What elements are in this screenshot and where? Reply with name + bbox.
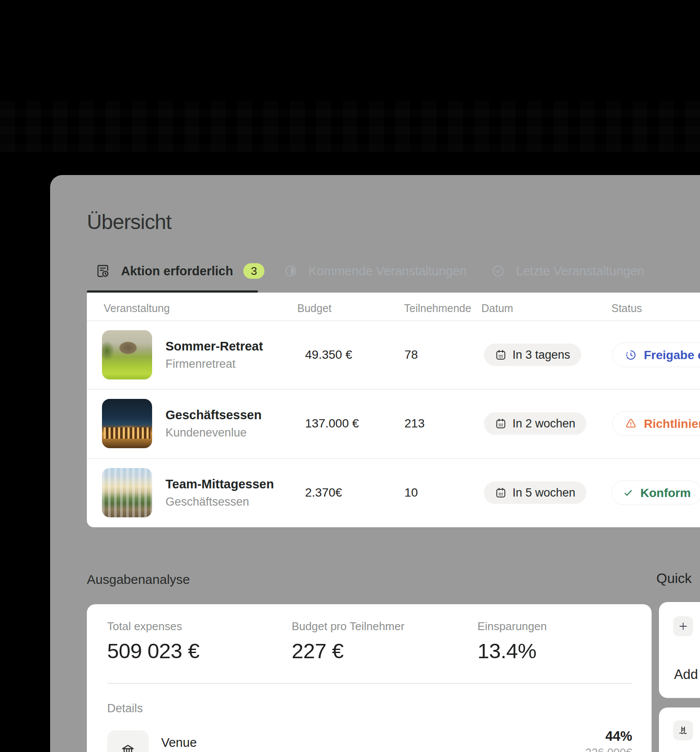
event-photo-night-building bbox=[102, 399, 152, 448]
add-label: Add bbox=[674, 667, 698, 682]
date-badge: In 2 wochen bbox=[484, 412, 586, 435]
participants-value: 78 bbox=[404, 348, 418, 362]
date-label: In 5 wochen bbox=[512, 486, 576, 500]
date-badge: In 3 tagens bbox=[484, 344, 581, 366]
check-icon bbox=[622, 487, 634, 499]
status-label: Konform bbox=[640, 486, 691, 500]
date-label: In 2 wochen bbox=[512, 417, 576, 430]
budget-value: 49.350 € bbox=[305, 348, 352, 362]
status-badge-approval[interactable]: Freigabe erf bbox=[612, 343, 700, 367]
event-title: Team-Mittagessen bbox=[165, 477, 274, 491]
table-row-geschaeftsessen[interactable]: Geschäftsessen Kundenevenlue 137.000 € 2… bbox=[87, 389, 700, 458]
detail-row-label: Venue bbox=[161, 736, 197, 750]
event-name-cell: Sommer-Retreat Firmenretreat bbox=[165, 339, 263, 371]
quick-panel-heading: Quick bbox=[656, 570, 692, 586]
date-label: In 3 tagens bbox=[512, 348, 570, 362]
tab-label: Kommende Veranstaltungen bbox=[309, 264, 467, 278]
analysis-heading: Ausgabenanalyse bbox=[87, 572, 190, 587]
event-photo-terrace bbox=[102, 468, 152, 517]
events-table: Veranstaltung Budget Teilnehmende Datum … bbox=[87, 293, 700, 527]
tab-kommende-veranstaltungen[interactable]: Kommende Veranstaltungen bbox=[283, 261, 467, 281]
table-row-team-mittagessen[interactable]: Team-Mittagessen Geschäftsessen 2.370€ 1… bbox=[87, 458, 700, 527]
event-subtitle: Firmenretreat bbox=[165, 357, 263, 371]
stat-total-expenses: Total expenses 509 023 € bbox=[107, 620, 200, 663]
expense-analysis-card: Total expenses 509 023 € Budget pro Teil… bbox=[87, 604, 652, 752]
document-clock-icon bbox=[95, 263, 111, 279]
stat-budget-per-participant: Budget pro Teilnehmer 227 € bbox=[292, 620, 404, 663]
stat-label: Einsparungen bbox=[477, 620, 547, 633]
event-name-cell: Geschäftsessen Kundenevenlue bbox=[165, 408, 261, 440]
pending-clock-icon bbox=[624, 348, 637, 361]
participants-value: 10 bbox=[404, 486, 418, 500]
column-header-veranstaltung: Veranstaltung bbox=[104, 302, 170, 315]
check-circle-icon bbox=[491, 264, 506, 278]
details-label: Details bbox=[107, 702, 143, 715]
pool-ladder-icon bbox=[678, 725, 689, 736]
plus-button[interactable] bbox=[673, 616, 693, 636]
detail-row-percent: 44% bbox=[605, 729, 632, 744]
column-header-teilnehmende: Teilnehmende bbox=[404, 302, 471, 315]
event-subtitle: Geschäftsessen bbox=[165, 495, 274, 509]
stat-label: Total expenses bbox=[107, 620, 200, 633]
stat-value: 13.4% bbox=[477, 639, 547, 663]
calendar-icon bbox=[495, 349, 507, 361]
event-title: Geschäftsessen bbox=[165, 408, 261, 422]
dimmed-background-residue bbox=[0, 101, 700, 152]
venue-icon-tile bbox=[107, 730, 149, 752]
budget-value: 2.370€ bbox=[305, 486, 342, 500]
date-badge: In 5 wochen bbox=[484, 481, 586, 504]
quick-action-pool-card[interactable] bbox=[659, 707, 700, 752]
stat-value: 227 € bbox=[292, 639, 404, 663]
calendar-icon bbox=[495, 487, 507, 499]
warning-triangle-icon bbox=[624, 417, 637, 430]
tab-aktion-erforderlich[interactable]: Aktion erforderlich 3 bbox=[95, 261, 264, 281]
column-header-budget: Budget bbox=[297, 302, 331, 315]
status-badge-warning[interactable]: Richtlinienw bbox=[612, 411, 700, 436]
tab-label: Aktion erforderlich bbox=[121, 264, 233, 278]
participants-value: 213 bbox=[404, 417, 425, 430]
budget-value: 137.000 € bbox=[305, 417, 359, 430]
plus-icon bbox=[678, 621, 688, 631]
event-title: Sommer-Retreat bbox=[165, 339, 263, 354]
table-row-sommer-retreat[interactable]: Sommer-Retreat Firmenretreat 49.350 € 78… bbox=[87, 321, 700, 389]
quick-action-add-card[interactable]: Add bbox=[659, 602, 700, 698]
event-name-cell: Team-Mittagessen Geschäftsessen bbox=[165, 477, 274, 509]
stat-value: 509 023 € bbox=[107, 639, 200, 663]
tab-label: Letzte Veranstaltungen bbox=[516, 264, 644, 278]
tab-letzte-veranstaltungen[interactable]: Letzte Veranstaltungen bbox=[491, 261, 644, 281]
tab-count-badge: 3 bbox=[243, 263, 264, 279]
calendar-icon bbox=[495, 417, 507, 430]
stat-label: Budget pro Teilnehmer bbox=[292, 620, 404, 633]
event-photo-villa bbox=[102, 330, 152, 379]
event-subtitle: Kundenevenlue bbox=[165, 426, 261, 440]
status-label: Richtlinienw bbox=[644, 417, 700, 430]
status-badge-konform[interactable]: Konform bbox=[611, 481, 700, 505]
card-divider bbox=[107, 683, 632, 684]
venue-building-icon bbox=[120, 730, 136, 752]
page-title: Übersicht bbox=[87, 210, 172, 234]
column-header-datum: Datum bbox=[481, 302, 513, 315]
clock-pie-icon bbox=[283, 264, 298, 278]
pool-icon-tile bbox=[673, 720, 693, 740]
status-label: Freigabe erf bbox=[644, 348, 700, 362]
stat-savings: Einsparungen 13.4% bbox=[477, 620, 547, 663]
column-header-status: Status bbox=[611, 302, 642, 315]
detail-row-amount: 226.000€ bbox=[585, 746, 632, 752]
